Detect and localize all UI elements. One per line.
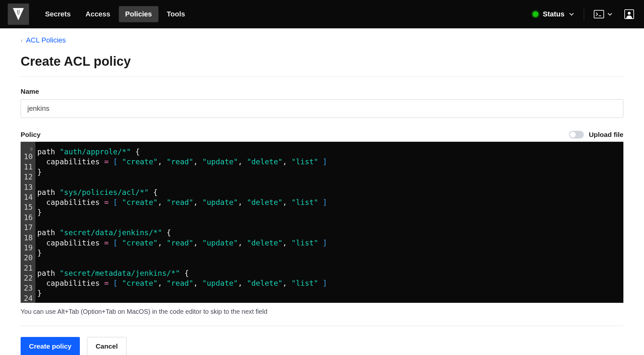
page-content: ‹ ACL Policies Create ACL policy Name Po… [0,28,644,355]
name-field: Name [21,88,623,118]
nav-right: Status [533,8,636,21]
editor-code[interactable]: path "auth/approle/*" { capabilities = [… [35,142,623,303]
svg-rect-4 [19,11,20,12]
upload-toggle[interactable] [569,131,584,139]
svg-rect-6 [19,13,20,14]
create-policy-button[interactable]: Create policy [21,337,80,355]
name-label: Name [21,88,623,95]
upload-label: Upload file [589,131,623,139]
svg-rect-8 [594,10,604,18]
chevron-left-icon: ‹ [21,37,23,44]
svg-rect-2 [19,10,20,11]
svg-rect-3 [17,11,18,12]
editor-gutter: 9101112131415161718192021222324 [21,142,35,303]
logo[interactable] [8,4,29,25]
svg-point-11 [628,12,631,15]
page-title: Create ACL policy [21,54,623,77]
upload-file-control: Upload file [569,131,623,139]
status-label: Status [543,10,564,18]
chevron-down-icon [607,12,612,17]
editor-help-text: You can use Alt+Tab (Option+Tab on MacOS… [21,308,623,326]
policy-header-row: Policy Upload file [21,131,623,139]
status-indicator-icon [533,11,538,17]
nav-item-policies[interactable]: Policies [119,6,158,22]
form-actions: Create policy Cancel [21,337,623,355]
nav-item-access[interactable]: Access [79,6,117,22]
chevron-down-icon [569,12,574,17]
status-menu[interactable]: Status [533,10,574,18]
user-icon [624,9,634,19]
user-menu[interactable] [622,8,636,21]
cancel-button[interactable]: Cancel [87,337,127,355]
breadcrumb: ‹ ACL Policies [21,36,623,44]
nav-divider [584,8,584,21]
nav-links: Secrets Access Policies Tools [39,6,192,22]
policy-label: Policy [21,131,41,139]
svg-rect-5 [17,13,18,14]
name-input[interactable] [21,99,623,118]
svg-rect-1 [17,10,18,11]
svg-rect-7 [18,14,19,15]
vault-logo-icon [13,8,24,20]
nav-item-secrets[interactable]: Secrets [39,6,77,22]
terminal-icon [594,10,604,18]
nav-item-tools[interactable]: Tools [160,6,192,22]
policy-editor[interactable]: 9101112131415161718192021222324 path "au… [21,142,623,303]
top-navbar: Secrets Access Policies Tools Status [0,0,644,28]
breadcrumb-parent-link[interactable]: ACL Policies [26,36,66,44]
console-menu[interactable] [594,10,612,18]
